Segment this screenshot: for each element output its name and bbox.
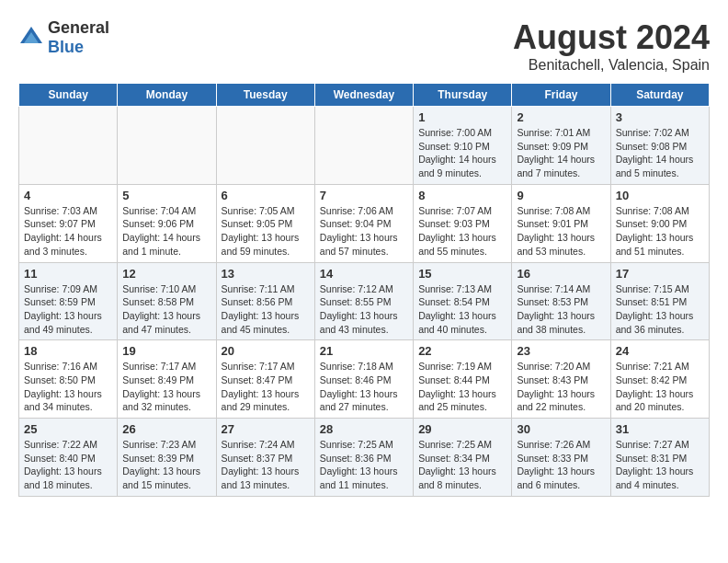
- calendar-cell: 26Sunrise: 7:23 AM Sunset: 8:39 PM Dayli…: [118, 419, 216, 497]
- day-number: 24: [616, 344, 704, 358]
- calendar-cell: 14Sunrise: 7:12 AM Sunset: 8:55 PM Dayli…: [314, 262, 413, 340]
- calendar-cell: 22Sunrise: 7:19 AM Sunset: 8:44 PM Dayli…: [414, 340, 512, 419]
- calendar-cell: 29Sunrise: 7:25 AM Sunset: 8:34 PM Dayli…: [414, 419, 512, 497]
- day-info: Sunrise: 7:14 AM Sunset: 8:53 PM Dayligh…: [517, 282, 605, 337]
- day-info: Sunrise: 7:10 AM Sunset: 8:58 PM Dayligh…: [122, 282, 210, 337]
- day-number: 10: [616, 189, 704, 202]
- day-number: 1: [418, 110, 506, 124]
- calendar-cell: [314, 107, 413, 185]
- calendar-cell: 12Sunrise: 7:10 AM Sunset: 8:58 PM Dayli…: [118, 262, 216, 340]
- day-info: Sunrise: 7:17 AM Sunset: 8:47 PM Dayligh…: [222, 360, 310, 414]
- day-info: Sunrise: 7:16 AM Sunset: 8:50 PM Dayligh…: [24, 360, 112, 414]
- calendar-cell: 1Sunrise: 7:00 AM Sunset: 9:10 PM Daylig…: [414, 107, 512, 185]
- day-number: 31: [616, 422, 704, 436]
- day-info: Sunrise: 7:23 AM Sunset: 8:39 PM Dayligh…: [122, 438, 210, 492]
- day-number: 8: [418, 189, 506, 202]
- day-header-monday: Monday: [118, 84, 216, 107]
- logo: General Blue: [18, 18, 109, 57]
- day-number: 27: [222, 422, 310, 436]
- day-info: Sunrise: 7:08 AM Sunset: 9:01 PM Dayligh…: [517, 204, 605, 259]
- calendar-cell: 25Sunrise: 7:22 AM Sunset: 8:40 PM Dayli…: [19, 419, 118, 497]
- calendar-header-row: SundayMondayTuesdayWednesdayThursdayFrid…: [19, 84, 710, 107]
- logo-text-general: General: [48, 18, 109, 37]
- day-info: Sunrise: 7:19 AM Sunset: 8:44 PM Dayligh…: [418, 360, 506, 414]
- day-info: Sunrise: 7:18 AM Sunset: 8:46 PM Dayligh…: [320, 360, 408, 414]
- day-number: 4: [24, 189, 112, 202]
- day-number: 3: [616, 110, 704, 124]
- calendar-cell: 13Sunrise: 7:11 AM Sunset: 8:56 PM Dayli…: [216, 262, 314, 340]
- day-number: 6: [222, 189, 310, 202]
- calendar-week-4: 18Sunrise: 7:16 AM Sunset: 8:50 PM Dayli…: [19, 340, 710, 419]
- day-number: 9: [517, 189, 605, 202]
- day-number: 2: [517, 110, 605, 124]
- calendar-cell: 4Sunrise: 7:03 AM Sunset: 9:07 PM Daylig…: [19, 184, 118, 262]
- day-header-saturday: Saturday: [610, 84, 709, 107]
- page-header: General Blue August 2024 Benitachell, Va…: [18, 18, 710, 74]
- calendar-cell: 17Sunrise: 7:15 AM Sunset: 8:51 PM Dayli…: [610, 262, 709, 340]
- day-info: Sunrise: 7:07 AM Sunset: 9:03 PM Dayligh…: [418, 204, 506, 259]
- day-header-thursday: Thursday: [414, 84, 512, 107]
- day-number: 15: [418, 267, 506, 281]
- day-number: 20: [222, 344, 310, 358]
- day-number: 26: [122, 422, 210, 436]
- calendar-cell: 2Sunrise: 7:01 AM Sunset: 9:09 PM Daylig…: [512, 107, 610, 185]
- calendar-cell: 7Sunrise: 7:06 AM Sunset: 9:04 PM Daylig…: [314, 184, 413, 262]
- calendar-week-2: 4Sunrise: 7:03 AM Sunset: 9:07 PM Daylig…: [19, 184, 710, 262]
- day-number: 11: [24, 267, 112, 281]
- day-info: Sunrise: 7:24 AM Sunset: 8:37 PM Dayligh…: [222, 438, 310, 492]
- calendar-cell: 9Sunrise: 7:08 AM Sunset: 9:01 PM Daylig…: [512, 184, 610, 262]
- day-header-wednesday: Wednesday: [314, 84, 413, 107]
- day-info: Sunrise: 7:20 AM Sunset: 8:43 PM Dayligh…: [517, 360, 605, 414]
- calendar-table: SundayMondayTuesdayWednesdayThursdayFrid…: [18, 83, 710, 497]
- calendar-week-5: 25Sunrise: 7:22 AM Sunset: 8:40 PM Dayli…: [19, 419, 710, 497]
- day-info: Sunrise: 7:01 AM Sunset: 9:09 PM Dayligh…: [517, 126, 605, 180]
- day-number: 21: [320, 344, 408, 358]
- day-info: Sunrise: 7:12 AM Sunset: 8:55 PM Dayligh…: [320, 282, 408, 337]
- calendar-cell: 15Sunrise: 7:13 AM Sunset: 8:54 PM Dayli…: [414, 262, 512, 340]
- day-header-sunday: Sunday: [19, 84, 118, 107]
- day-number: 28: [320, 422, 408, 436]
- calendar-week-1: 1Sunrise: 7:00 AM Sunset: 9:10 PM Daylig…: [19, 107, 710, 185]
- day-info: Sunrise: 7:21 AM Sunset: 8:42 PM Dayligh…: [616, 360, 704, 414]
- day-info: Sunrise: 7:27 AM Sunset: 8:31 PM Dayligh…: [616, 438, 704, 492]
- day-info: Sunrise: 7:04 AM Sunset: 9:06 PM Dayligh…: [122, 204, 210, 259]
- day-info: Sunrise: 7:05 AM Sunset: 9:05 PM Dayligh…: [222, 204, 310, 259]
- calendar-cell: 23Sunrise: 7:20 AM Sunset: 8:43 PM Dayli…: [512, 340, 610, 419]
- day-header-friday: Friday: [512, 84, 610, 107]
- calendar-cell: 24Sunrise: 7:21 AM Sunset: 8:42 PM Dayli…: [610, 340, 709, 419]
- calendar-cell: 6Sunrise: 7:05 AM Sunset: 9:05 PM Daylig…: [216, 184, 314, 262]
- day-info: Sunrise: 7:13 AM Sunset: 8:54 PM Dayligh…: [418, 282, 506, 337]
- calendar-cell: 31Sunrise: 7:27 AM Sunset: 8:31 PM Dayli…: [610, 419, 709, 497]
- day-number: 18: [24, 344, 112, 358]
- day-info: Sunrise: 7:25 AM Sunset: 8:36 PM Dayligh…: [320, 438, 408, 492]
- day-number: 19: [122, 344, 210, 358]
- calendar-cell: 11Sunrise: 7:09 AM Sunset: 8:59 PM Dayli…: [19, 262, 118, 340]
- day-info: Sunrise: 7:15 AM Sunset: 8:51 PM Dayligh…: [616, 282, 704, 337]
- day-number: 16: [517, 267, 605, 281]
- calendar-week-3: 11Sunrise: 7:09 AM Sunset: 8:59 PM Dayli…: [19, 262, 710, 340]
- calendar-cell: 3Sunrise: 7:02 AM Sunset: 9:08 PM Daylig…: [610, 107, 709, 185]
- day-number: 13: [222, 267, 310, 281]
- day-info: Sunrise: 7:00 AM Sunset: 9:10 PM Dayligh…: [418, 126, 506, 180]
- calendar-cell: 5Sunrise: 7:04 AM Sunset: 9:06 PM Daylig…: [118, 184, 216, 262]
- calendar-cell: 28Sunrise: 7:25 AM Sunset: 8:36 PM Dayli…: [314, 419, 413, 497]
- day-info: Sunrise: 7:22 AM Sunset: 8:40 PM Dayligh…: [24, 438, 112, 492]
- day-header-tuesday: Tuesday: [216, 84, 314, 107]
- day-info: Sunrise: 7:26 AM Sunset: 8:33 PM Dayligh…: [517, 438, 605, 492]
- calendar-cell: 16Sunrise: 7:14 AM Sunset: 8:53 PM Dayli…: [512, 262, 610, 340]
- calendar-cell: [19, 107, 118, 185]
- title-block: August 2024 Benitachell, Valencia, Spain: [513, 18, 710, 74]
- logo-icon: [18, 25, 44, 51]
- main-title: August 2024: [513, 18, 710, 57]
- day-number: 25: [24, 422, 112, 436]
- day-info: Sunrise: 7:09 AM Sunset: 8:59 PM Dayligh…: [24, 282, 112, 337]
- logo-text-blue: Blue: [48, 38, 84, 56]
- subtitle: Benitachell, Valencia, Spain: [513, 57, 710, 74]
- day-number: 29: [418, 422, 506, 436]
- day-number: 17: [616, 267, 704, 281]
- day-info: Sunrise: 7:02 AM Sunset: 9:08 PM Dayligh…: [616, 126, 704, 180]
- day-info: Sunrise: 7:06 AM Sunset: 9:04 PM Dayligh…: [320, 204, 408, 259]
- calendar-cell: 19Sunrise: 7:17 AM Sunset: 8:49 PM Dayli…: [118, 340, 216, 419]
- day-number: 7: [320, 189, 408, 202]
- calendar-cell: [216, 107, 314, 185]
